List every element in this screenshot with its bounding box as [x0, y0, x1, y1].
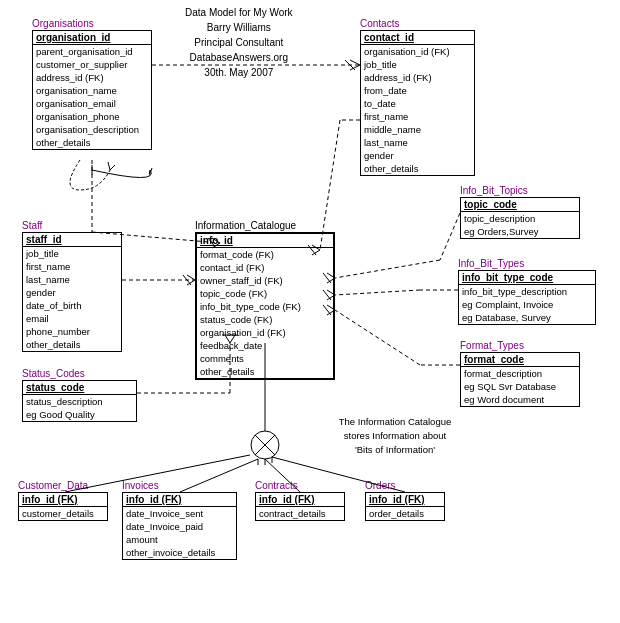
inf-f7: organisation_id (FK) [197, 326, 333, 339]
org-f6: organisation_phone [33, 110, 151, 123]
staff-pk: staff_id [23, 233, 121, 247]
inf-f10: other_details [197, 365, 333, 378]
svg-line-17 [187, 280, 195, 285]
diagram-title: Data Model for My Work Barry Williams Pr… [185, 5, 293, 80]
svg-line-41 [255, 435, 275, 455]
infcat-title: Information_Catalogue [195, 220, 296, 231]
stf-f1: job_title [23, 247, 121, 260]
svg-line-44 [180, 459, 258, 492]
org-f1: parent_organisation_id [33, 45, 151, 58]
inf-f3: owner_staff_id (FK) [197, 274, 333, 287]
contacts-pk: contact_id [361, 31, 474, 45]
inf-f8: feedback_date [197, 339, 333, 352]
ord-box: info_id (FK) order_details [365, 492, 445, 521]
svg-line-20 [335, 260, 440, 278]
title-line4: DatabaseAnswers.org [185, 50, 293, 65]
inf-f2: contact_id (FK) [197, 261, 333, 274]
organisations-title: Organisations [32, 18, 94, 29]
contacts-title: Contacts [360, 18, 399, 29]
org-f2: customer_or_supplier [33, 58, 151, 71]
org-f5: organisation_email [33, 97, 151, 110]
ibt-box: topic_code topic_description eg Orders,S… [460, 197, 580, 239]
inf-f4: topic_code (FK) [197, 287, 333, 300]
svg-line-1 [350, 60, 360, 65]
ibtype-box: info_bit_type_code info_bit_type_descrip… [458, 270, 596, 325]
ftype-box: format_code format_description eg SQL Sv… [460, 352, 580, 407]
con-f9: gender [361, 149, 474, 162]
inv-f3: amount [123, 533, 236, 546]
svg-line-2 [350, 65, 360, 70]
cd-box: info_id (FK) customer_details [18, 492, 108, 521]
infcat-box: info_id format_code (FK) contact_id (FK)… [195, 232, 335, 380]
inv-f1: date_Invoice_sent [123, 507, 236, 520]
stf-f6: email [23, 312, 121, 325]
svg-line-25 [335, 290, 420, 295]
title-line3: Principal Consultant [185, 35, 293, 50]
inv-title: Invoices [122, 480, 159, 491]
cd-pk: info_id (FK) [19, 493, 107, 507]
svg-line-16 [187, 275, 195, 280]
ibt-f2: eg Orders,Survey [461, 225, 579, 238]
stf-f3: last_name [23, 273, 121, 286]
ctr-title: Contracts [255, 480, 298, 491]
infcat-pk: info_id [197, 234, 333, 248]
svg-line-19 [440, 213, 460, 260]
inf-f5: info_bit_type_code (FK) [197, 300, 333, 313]
org-f7: organisation_description [33, 123, 151, 136]
stf-f7: phone_number [23, 325, 121, 338]
ord-pk: info_id (FK) [366, 493, 444, 507]
ibt-f1: topic_description [461, 212, 579, 225]
inf-f6: status_code (FK) [197, 313, 333, 326]
org-f3: address_id (FK) [33, 71, 151, 84]
ord-f1: order_details [366, 507, 444, 520]
sc-pk: status_code [23, 381, 136, 395]
ibt-title: Info_Bit_Topics [460, 185, 528, 196]
stf-f4: gender [23, 286, 121, 299]
svg-line-18 [183, 275, 191, 285]
ibtype-pk: info_bit_type_code [459, 271, 595, 285]
ctr-box: info_id (FK) contract_details [255, 492, 345, 521]
con-f4: from_date [361, 84, 474, 97]
sc-title: Status_Codes [22, 368, 85, 379]
sc-box: status_code status_description eg Good Q… [22, 380, 137, 422]
sc-f1: status_description [23, 395, 136, 408]
inv-box: info_id (FK) date_Invoice_sent date_Invo… [122, 492, 237, 560]
contacts-box: contact_id organisation_id (FK) job_titl… [360, 30, 475, 176]
con-f10: other_details [361, 162, 474, 175]
sc-f2: eg Good Quality [23, 408, 136, 421]
inv-pk: info_id (FK) [123, 493, 236, 507]
con-f5: to_date [361, 97, 474, 110]
svg-line-51 [110, 165, 115, 170]
ibtype-f2: eg Complaint, Invoice [459, 298, 595, 311]
staff-title: Staff [22, 220, 42, 231]
inf-f1: format_code (FK) [197, 248, 333, 261]
svg-line-30 [335, 310, 420, 365]
inf-f9: comments [197, 352, 333, 365]
inv-f2: date_Invoice_paid [123, 520, 236, 533]
cd-title: Customer_Data [18, 480, 88, 491]
con-f7: middle_name [361, 123, 474, 136]
con-f6: first_name [361, 110, 474, 123]
ftype-f2: eg SQL Svr Database [461, 380, 579, 393]
ibt-pk: topic_code [461, 198, 579, 212]
svg-point-39 [251, 431, 279, 459]
title-line1: Data Model for My Work [185, 5, 293, 20]
org-f8: other_details [33, 136, 151, 149]
svg-line-3 [345, 60, 355, 70]
svg-line-40 [255, 435, 275, 455]
ftype-title: Format_Types [460, 340, 524, 351]
info-text: The Information Cataloguestores Informat… [330, 415, 460, 457]
ftype-pk: format_code [461, 353, 579, 367]
ibtype-f3: eg Database, Survey [459, 311, 595, 324]
con-f1: organisation_id (FK) [361, 45, 474, 58]
con-f3: address_id (FK) [361, 71, 474, 84]
staff-box: staff_id job_title first_name last_name … [22, 232, 122, 352]
organisations-box: organisation_id parent_organisation_id c… [32, 30, 152, 150]
ibtype-f1: info_bit_type_description [459, 285, 595, 298]
title-line5: 30th. May 2007 [185, 65, 293, 80]
ord-title: Orders [365, 480, 396, 491]
svg-line-50 [108, 162, 110, 170]
org-f4: organisation_name [33, 84, 151, 97]
organisations-pk: organisation_id [33, 31, 151, 45]
stf-f8: other_details [23, 338, 121, 351]
